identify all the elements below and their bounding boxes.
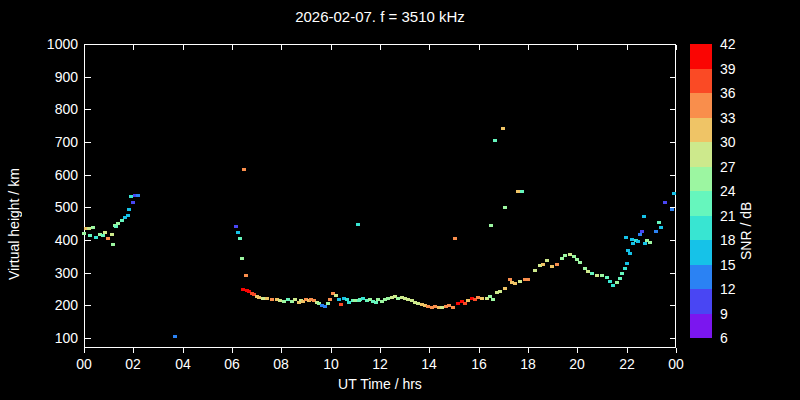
data-point — [106, 237, 110, 240]
data-point — [126, 214, 130, 217]
tick-mark — [84, 348, 85, 353]
tick-mark — [670, 273, 676, 274]
x-tick-label: 02 — [125, 356, 141, 372]
data-point — [659, 226, 663, 229]
tick-mark — [670, 44, 676, 45]
data-point — [101, 234, 105, 237]
data-point — [615, 281, 619, 284]
data-point — [623, 267, 627, 270]
data-point — [640, 230, 644, 233]
data-point — [129, 195, 133, 198]
tick-mark — [85, 240, 91, 241]
colorbar-band — [690, 216, 712, 241]
data-point — [82, 232, 86, 235]
tick-mark — [133, 45, 134, 50]
data-point — [501, 127, 505, 130]
tick-mark — [528, 348, 529, 353]
tick-mark — [85, 175, 91, 176]
data-point — [620, 272, 624, 275]
tick-mark — [85, 305, 91, 306]
tick-mark — [670, 240, 676, 241]
data-point — [103, 231, 107, 234]
y-tick-label: 900 — [38, 69, 78, 85]
colorbar-tick-label: 42 — [720, 36, 736, 52]
tick-mark — [232, 45, 233, 50]
chart-title: 2026-02-07. f = 3510 kHz — [84, 8, 676, 25]
tick-mark — [331, 45, 332, 50]
tick-mark — [85, 142, 91, 143]
tick-mark — [133, 348, 134, 353]
colorbar-tick-label: 15 — [720, 257, 736, 273]
tick-mark — [85, 44, 91, 45]
data-point — [463, 302, 467, 305]
x-tick-label: 18 — [520, 356, 536, 372]
tick-mark — [429, 45, 430, 50]
data-point — [173, 335, 177, 338]
y-tick-label: 700 — [38, 134, 78, 150]
tick-mark — [676, 45, 677, 50]
data-point — [489, 224, 493, 227]
tick-mark — [676, 348, 677, 353]
data-point — [520, 190, 524, 193]
tick-mark — [380, 348, 381, 353]
data-point — [110, 233, 114, 236]
data-point — [526, 278, 530, 281]
data-point — [648, 241, 652, 244]
data-point — [631, 242, 635, 245]
data-point — [560, 257, 564, 260]
tick-mark — [84, 45, 85, 50]
data-point — [242, 168, 246, 171]
data-point — [136, 194, 140, 197]
tick-mark — [85, 109, 91, 110]
colorbar-tick-label: 30 — [720, 134, 736, 150]
colorbar-band — [690, 289, 712, 314]
colorbar-band — [690, 167, 712, 192]
x-tick-label: 12 — [372, 356, 388, 372]
tick-mark — [670, 207, 676, 208]
y-tick-label: 600 — [38, 167, 78, 183]
data-point — [328, 298, 332, 301]
data-point — [91, 226, 95, 229]
data-point — [238, 237, 242, 240]
colorbar-tick-label: 36 — [720, 85, 736, 101]
data-point — [657, 221, 661, 224]
x-tick-label: 16 — [471, 356, 487, 372]
data-point — [638, 233, 642, 236]
data-point — [270, 298, 274, 301]
colorbar-tick-label: 39 — [720, 61, 736, 77]
data-point — [625, 262, 629, 265]
data-point — [628, 252, 632, 255]
x-tick-label: 14 — [421, 356, 437, 372]
data-point — [545, 259, 549, 262]
y-tick-label: 100 — [38, 330, 78, 346]
data-point — [516, 190, 520, 193]
tick-mark — [670, 338, 676, 339]
data-point — [624, 236, 628, 239]
data-point — [618, 277, 622, 280]
data-point — [643, 242, 647, 245]
data-point — [600, 274, 604, 277]
x-tick-label: 00 — [76, 356, 92, 372]
data-point — [518, 280, 522, 283]
data-point — [265, 297, 269, 300]
tick-mark — [670, 77, 676, 78]
tick-mark — [577, 348, 578, 353]
data-point — [480, 297, 484, 300]
data-point — [595, 274, 599, 277]
tick-mark — [479, 348, 480, 353]
x-tick-label: 20 — [569, 356, 585, 372]
data-point — [234, 225, 238, 228]
tick-mark — [281, 45, 282, 50]
tick-mark — [85, 77, 91, 78]
data-point — [533, 269, 537, 272]
data-point — [563, 254, 567, 257]
colorbar-tick-label: 18 — [720, 232, 736, 248]
data-point — [339, 303, 343, 306]
tick-mark — [577, 45, 578, 50]
x-tick-label: 00 — [668, 356, 684, 372]
data-point — [503, 287, 507, 290]
tick-mark — [380, 45, 381, 50]
tick-mark — [85, 273, 91, 274]
data-point — [116, 222, 120, 225]
y-tick-label: 300 — [38, 265, 78, 281]
